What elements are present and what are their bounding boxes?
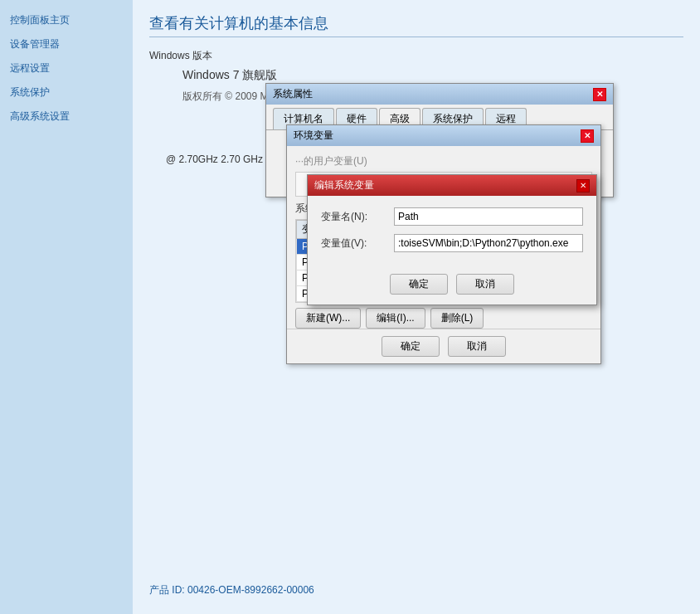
system-props-close[interactable]: ✕ [593,88,606,101]
env-vars-close[interactable]: ✕ [581,129,594,143]
main-content: 查看有关计算机的基本信息 Windows 版本 Windows 7 旗舰版 版权… [133,0,700,614]
edit-var-body: 变量名(N): 变量值(V): [308,196,596,269]
sidebar-item-advanced[interactable]: 高级系统设置 [0,105,133,129]
product-id: 产品 ID: 00426-OEM-8992662-00006 [149,583,314,597]
var-name-row: 变量名(N): [321,207,583,226]
var-name-label: 变量名(N): [321,210,387,224]
var-name-input[interactable] [394,207,583,226]
delete-button[interactable]: 删除(L) [430,308,484,329]
new-button[interactable]: 新建(W)... [295,308,361,329]
edit-var-footer: 确定 取消 [308,269,596,305]
system-props-title: 系统属性 [273,87,313,101]
sidebar-item-system-protection[interactable]: 系统保护 [0,80,133,105]
sidebar-item-device-manager[interactable]: 设备管理器 [0,32,133,56]
edit-var-cancel-button[interactable]: 取消 [456,274,514,295]
system-props-titlebar: 系统属性 ✕ [266,84,613,105]
env-vars-ok-button[interactable]: 确定 [382,336,440,357]
var-value-label: 变量值(V): [321,236,387,251]
edit-var-ok-button[interactable]: 确定 [390,274,448,295]
page-title: 查看有关计算机的基本信息 [149,13,683,37]
edit-button[interactable]: 编辑(I)... [366,308,425,329]
var-value-input[interactable] [394,234,583,252]
sidebar: 控制面板主页 设备管理器 远程设置 系统保护 高级系统设置 [0,0,133,614]
dialog-edit-var: 编辑系统变量 ✕ 变量名(N): 变量值(V): 确定 取消 [307,174,597,305]
env-vars-footer: 确定 取消 [287,329,600,363]
env-vars-title-text: 环境变量 [294,129,333,143]
windows-version-label: Windows 版本 [149,49,683,63]
system-vars-buttons: 新建(W)... 编辑(I)... 删除(L) [295,308,592,329]
env-vars-titlebar: 环境变量 ✕ [287,125,600,146]
edit-var-close[interactable]: ✕ [576,179,590,192]
env-vars-cancel-button[interactable]: 取消 [448,336,506,357]
sidebar-item-home[interactable]: 控制面板主页 [0,8,133,32]
var-value-row: 变量值(V): [321,234,583,252]
edit-var-titlebar: 编辑系统变量 ✕ [308,175,596,196]
windows-edition: Windows 7 旗舰版 [182,68,683,83]
user-vars-label: ···的用户变量(U) [295,154,592,168]
edit-var-title: 编辑系统变量 [314,178,374,192]
sidebar-item-remote[interactable]: 远程设置 [0,56,133,80]
